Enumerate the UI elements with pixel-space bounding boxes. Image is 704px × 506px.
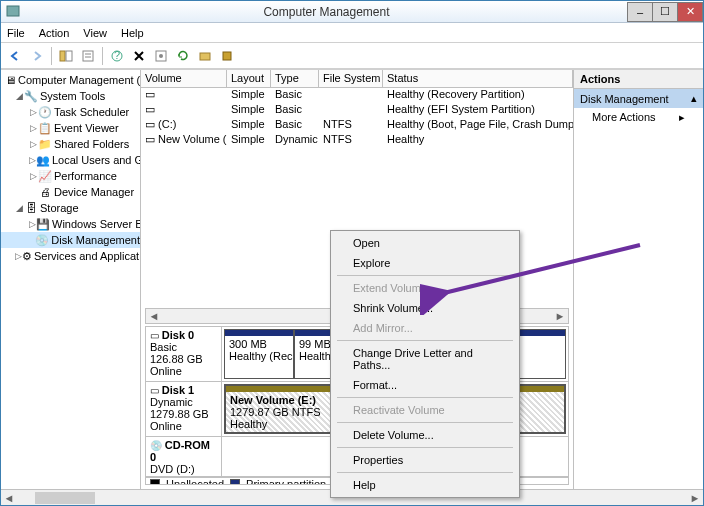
list-icon[interactable] <box>217 46 237 66</box>
titlebar[interactable]: Computer Management – ☐ ✕ <box>1 1 703 23</box>
legend-primary-swatch <box>230 479 240 486</box>
tree-performance[interactable]: ▷📈Performance <box>1 168 140 184</box>
ctx-explore[interactable]: Explore <box>333 253 517 273</box>
ctx-help[interactable]: Help <box>333 475 517 495</box>
tree-windows-server-backup[interactable]: ▷💾Windows Server Backup <box>1 216 140 232</box>
actions-pane: Actions Disk Management▴ More Actions ▸ <box>573 70 703 489</box>
col-layout[interactable]: Layout <box>227 70 271 87</box>
back-button[interactable] <box>5 46 25 66</box>
tree-shared-folders[interactable]: ▷📁Shared Folders <box>1 136 140 152</box>
settings-icon[interactable] <box>151 46 171 66</box>
collapse-icon: ▴ <box>691 92 697 105</box>
menu-file[interactable]: File <box>7 27 25 39</box>
volume-list-header: Volume Layout Type File System Status <box>141 70 573 88</box>
ctx-reactivate-volume: Reactivate Volume <box>333 400 517 420</box>
mmc-icon: 🖥 <box>5 73 16 87</box>
svg-rect-0 <box>7 6 19 16</box>
maximize-button[interactable]: ☐ <box>652 2 678 22</box>
ctx-shrink-volume[interactable]: Shrink Volume... <box>333 298 517 318</box>
svg-rect-11 <box>223 52 231 60</box>
svg-text:?: ? <box>114 49 120 61</box>
disk-info: 💿 CD-ROM 0DVD (D:) <box>146 437 222 476</box>
ctx-open[interactable]: Open <box>333 233 517 253</box>
show-hide-tree-button[interactable] <box>56 46 76 66</box>
ctx-change-drive-letter[interactable]: Change Drive Letter and Paths... <box>333 343 517 375</box>
users-icon: 👥 <box>36 153 50 167</box>
svg-rect-10 <box>200 53 210 60</box>
nav-tree[interactable]: 🖥Computer Management (Local ◢🔧System Too… <box>1 70 141 489</box>
volume-row[interactable]: ▭ (C:)SimpleBasicNTFSHealthy (Boot, Page… <box>141 118 573 133</box>
volume-list[interactable]: ▭ SimpleBasicHealthy (Recovery Partition… <box>141 88 573 148</box>
volume-row[interactable]: ▭ SimpleBasicHealthy (Recovery Partition… <box>141 88 573 103</box>
menubar: File Action View Help <box>1 23 703 43</box>
svg-rect-3 <box>83 51 93 61</box>
close-button[interactable]: ✕ <box>677 2 703 22</box>
tree-disk-management[interactable]: 💿Disk Management <box>1 232 140 248</box>
properties-button[interactable] <box>78 46 98 66</box>
chevron-right-icon: ▸ <box>679 111 685 124</box>
actions-selected[interactable]: Disk Management▴ <box>574 89 703 108</box>
tree-root[interactable]: 🖥Computer Management (Local <box>1 72 140 88</box>
menu-view[interactable]: View <box>83 27 107 39</box>
forward-button[interactable] <box>27 46 47 66</box>
tree-storage[interactable]: ◢🗄Storage <box>1 200 140 216</box>
context-menu: Open Explore Extend Volume... Shrink Vol… <box>330 230 520 498</box>
backup-icon: 💾 <box>36 217 50 231</box>
ctx-add-mirror: Add Mirror... <box>333 318 517 338</box>
ctx-delete-volume[interactable]: Delete Volume... <box>333 425 517 445</box>
ctx-extend-volume: Extend Volume... <box>333 278 517 298</box>
help-button[interactable]: ? <box>107 46 127 66</box>
disk-info: ▭ Disk 1Dynamic1279.88 GBOnline <box>146 382 222 436</box>
actions-more[interactable]: More Actions ▸ <box>574 108 703 126</box>
toolbar: ? <box>1 43 703 69</box>
ctx-properties[interactable]: Properties <box>333 450 517 470</box>
tools-icon: 🔧 <box>24 89 38 103</box>
actions-header: Actions <box>574 70 703 89</box>
tree-system-tools[interactable]: ◢🔧System Tools <box>1 88 140 104</box>
col-type[interactable]: Type <box>271 70 319 87</box>
clock-icon: 🕐 <box>38 105 52 119</box>
storage-icon: 🗄 <box>24 201 38 215</box>
tree-event-viewer[interactable]: ▷📋Event Viewer <box>1 120 140 136</box>
action-icon[interactable] <box>195 46 215 66</box>
col-volume[interactable]: Volume <box>141 70 227 87</box>
tree-task-scheduler[interactable]: ▷🕐Task Scheduler <box>1 104 140 120</box>
col-status[interactable]: Status <box>383 70 573 87</box>
refresh-icon[interactable] <box>173 46 193 66</box>
device-icon: 🖨 <box>38 185 52 199</box>
perf-icon: 📈 <box>38 169 52 183</box>
volume-row[interactable]: ▭ New Volume (E:)SimpleDynamicNTFSHealth… <box>141 133 573 148</box>
disk-info: ▭ Disk 0Basic126.88 GBOnline <box>146 327 222 381</box>
tree-local-users[interactable]: ▷👥Local Users and Groups <box>1 152 140 168</box>
folder-icon: 📁 <box>38 137 52 151</box>
svg-rect-1 <box>60 51 65 61</box>
app-icon <box>5 4 21 20</box>
volume-row[interactable]: ▭ SimpleBasicHealthy (EFI System Partiti… <box>141 103 573 118</box>
svg-point-9 <box>159 54 163 58</box>
disk-icon: 💿 <box>35 233 49 247</box>
partition[interactable]: 300 MBHealthy (Recove <box>224 329 294 379</box>
tree-device-manager[interactable]: 🖨Device Manager <box>1 184 140 200</box>
menu-action[interactable]: Action <box>39 27 70 39</box>
ctx-format[interactable]: Format... <box>333 375 517 395</box>
col-filesystem[interactable]: File System <box>319 70 383 87</box>
services-icon: ⚙ <box>22 249 32 263</box>
legend-unallocated-swatch <box>150 479 160 486</box>
svg-rect-2 <box>66 51 72 61</box>
tree-services-apps[interactable]: ▷⚙Services and Applications <box>1 248 140 264</box>
window-title: Computer Management <box>25 5 628 19</box>
minimize-button[interactable]: – <box>627 2 653 22</box>
event-icon: 📋 <box>38 121 52 135</box>
menu-help[interactable]: Help <box>121 27 144 39</box>
delete-icon[interactable] <box>129 46 149 66</box>
